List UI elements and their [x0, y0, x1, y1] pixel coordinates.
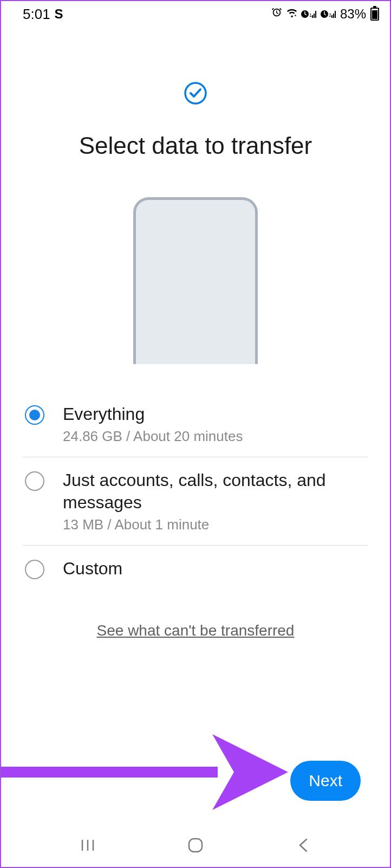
radio-accounts[interactable]: [25, 471, 44, 491]
radio-everything[interactable]: [25, 405, 44, 425]
status-time: 5:01: [23, 6, 50, 23]
radio-custom[interactable]: [25, 560, 44, 579]
nav-home-button[interactable]: [185, 837, 206, 853]
check-circle-icon: [184, 81, 207, 105]
option-text: Everything 24.86 GB / About 20 minutes: [63, 403, 368, 445]
svg-rect-7: [331, 15, 333, 18]
status-bar: 5:01 S 1 2: [1, 1, 390, 27]
option-subtitle: 13 MB / About 1 minute: [63, 516, 368, 533]
link-row: See what can't be transferred: [97, 622, 295, 639]
svg-text:2: 2: [329, 12, 331, 18]
svg-text:1: 1: [309, 12, 312, 18]
option-accounts-calls-contacts-messages[interactable]: Just accounts, calls, contacts, and mess…: [23, 457, 368, 546]
main-content: Select data to transfer Everything 24.86…: [1, 27, 390, 639]
option-text: Custom: [63, 558, 368, 580]
cant-transfer-link[interactable]: See what can't be transferred: [97, 622, 295, 639]
option-everything[interactable]: Everything 24.86 GB / About 20 minutes: [23, 391, 368, 457]
option-title: Just accounts, calls, contacts, and mess…: [63, 469, 368, 514]
next-button[interactable]: Next: [290, 761, 361, 801]
nav-recents-button[interactable]: [77, 837, 99, 853]
option-subtitle: 24.86 GB / About 20 minutes: [63, 428, 368, 445]
sim2-icon: 2: [321, 9, 337, 20]
annotation-arrow-icon: [1, 734, 288, 810]
options-list: Everything 24.86 GB / About 20 minutes J…: [17, 391, 374, 592]
wifi-icon: [286, 7, 298, 22]
option-custom[interactable]: Custom: [23, 546, 368, 592]
sim1-icon: 1: [301, 9, 317, 20]
svg-rect-4: [315, 11, 316, 18]
battery-percent: 83%: [340, 7, 366, 22]
svg-rect-3: [314, 14, 315, 18]
option-title: Custom: [63, 558, 368, 580]
battery-icon: [370, 8, 379, 21]
page-title: Select data to transfer: [79, 132, 312, 159]
svg-rect-2: [312, 15, 313, 18]
svg-rect-9: [335, 11, 336, 18]
phone-illustration: [133, 197, 258, 364]
nav-back-button[interactable]: [292, 837, 314, 853]
status-left: 5:01 S: [23, 6, 63, 23]
alarm-icon: [271, 7, 283, 22]
svg-rect-8: [333, 14, 334, 18]
svg-rect-16: [189, 839, 202, 852]
option-title: Everything: [63, 403, 368, 426]
option-text: Just accounts, calls, contacts, and mess…: [63, 469, 368, 533]
svg-marker-12: [212, 734, 288, 810]
svg-marker-11: [1, 767, 218, 778]
nav-bar: [1, 829, 390, 867]
status-app-indicator: S: [55, 7, 63, 22]
status-right: 1 2 83%: [271, 7, 379, 22]
